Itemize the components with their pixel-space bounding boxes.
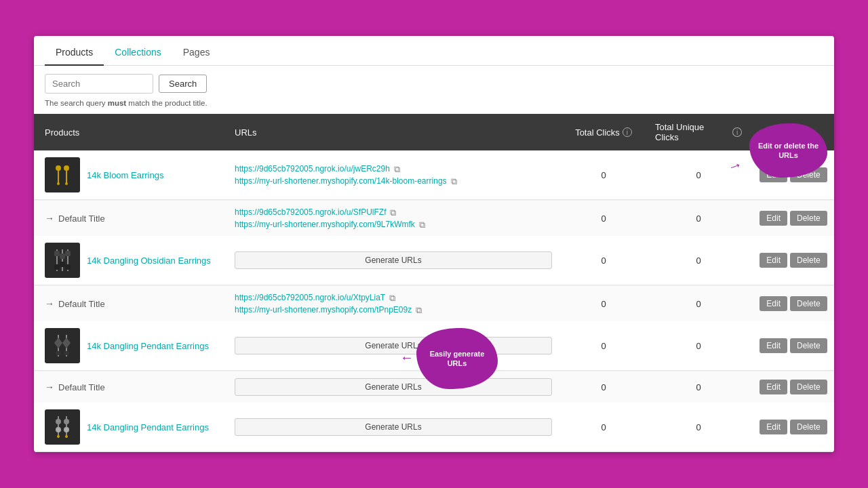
url-cell-5: Generate URLs	[224, 330, 563, 361]
delete-button-4[interactable]: Delete	[790, 296, 827, 311]
product-name-cell-3: 14k Dangling Obsidian Earrings	[34, 236, 224, 285]
url-cell-3: Generate URLs	[224, 245, 563, 276]
svg-marker-18	[62, 338, 71, 348]
variant-name-cell-4: → Default Title	[34, 293, 224, 314]
delete-button-7[interactable]: Delete	[790, 420, 827, 434]
product-link-5[interactable]: 14k Dangling Pendant Earrings	[87, 341, 209, 351]
edit-button-3[interactable]: Edit	[760, 253, 787, 268]
app-container: Products Collections Pages Search The se…	[34, 36, 834, 452]
svg-rect-12	[54, 264, 60, 270]
url-link-1b[interactable]: https://my-url-shortener.myshopify.com/1…	[235, 176, 447, 186]
product-image-1	[45, 157, 80, 192]
url-link-1a[interactable]: https://9d65cb792005.ngrok.io/u/jwERc29h	[235, 164, 390, 174]
product-main-7: 14k Dangling Pendant Earrings Generate U…	[34, 403, 834, 451]
copy-icon-1a[interactable]: ⧉	[394, 164, 403, 174]
variant-label-2: Default Title	[58, 214, 105, 224]
unique-clicks-cell-3: 0	[644, 249, 753, 272]
product-name-cell-7: 14k Dangling Pendant Earrings	[34, 403, 224, 451]
product-row-3: 14k Dangling Obsidian Earrings Generate …	[34, 236, 834, 285]
variant-row-2: → Default Title https://9d65cb792005.ngr…	[34, 200, 834, 236]
edit-button-2[interactable]: Edit	[760, 211, 787, 226]
search-input[interactable]	[45, 74, 153, 94]
delete-button-2[interactable]: Delete	[790, 211, 827, 226]
url-cell-2: https://9d65cb792005.ngrok.io/u/SfPUlFZf…	[224, 201, 563, 236]
actions-cell-6: Edit Delete	[753, 373, 834, 401]
generate-button-6[interactable]: Generate URLs	[235, 378, 552, 396]
svg-rect-13	[60, 262, 65, 267]
th-total-clicks: Total Clicks i	[563, 114, 644, 150]
actions-cell-2: Edit Delete	[753, 204, 834, 232]
actions-cell-7: Edit Delete	[753, 413, 834, 441]
copy-icon-4b[interactable]: ⧉	[416, 305, 425, 314]
actions-cell-5: Edit Delete	[753, 331, 834, 360]
svg-rect-9	[54, 251, 60, 256]
edit-button-4[interactable]: Edit	[760, 296, 787, 311]
edit-callout-bubble: Edit or delete the URLs	[749, 123, 827, 178]
tab-collections[interactable]: Collections	[104, 41, 172, 66]
product-image-7	[45, 409, 80, 445]
unique-clicks-cell-4: 0	[644, 292, 753, 316]
unique-clicks-info-icon[interactable]: i	[732, 127, 742, 137]
url-cell-6: Generate URLs	[224, 371, 563, 403]
product-link-7[interactable]: 14k Dangling Pendant Earrings	[87, 422, 209, 432]
variant-arrow-icon-4: →	[45, 298, 54, 309]
svg-point-5	[65, 182, 68, 185]
total-clicks-info-icon[interactable]: i	[623, 127, 632, 137]
clicks-cell-1: 0	[563, 163, 644, 187]
copy-icon-1b[interactable]: ⧉	[451, 176, 460, 186]
product-link-1[interactable]: 14k Bloom Earrings	[87, 170, 163, 180]
variant-arrow-icon-6: →	[45, 382, 54, 392]
unique-clicks-cell-7: 0	[644, 415, 753, 439]
tab-products[interactable]: Products	[45, 41, 104, 66]
url-link-4a[interactable]: https://9d65cb792005.ngrok.io/u/XtpyLiaT	[235, 293, 385, 302]
variant-label-6: Default Title	[58, 382, 105, 392]
url-row-1a: https://9d65cb792005.ngrok.io/u/jwERc29h…	[235, 164, 552, 174]
product-row-7: 14k Dangling Pendant Earrings Generate U…	[34, 403, 834, 452]
unique-clicks-cell-2: 0	[644, 207, 753, 230]
svg-rect-10	[60, 253, 65, 259]
th-urls: URLs	[224, 114, 563, 150]
edit-button-6[interactable]: Edit	[760, 380, 787, 394]
url-link-2a[interactable]: https://9d65cb792005.ngrok.io/u/SfPUlFZf	[235, 207, 386, 217]
url-link-4b[interactable]: https://my-url-shortener.myshopify.com/t…	[235, 305, 412, 314]
svg-rect-14	[65, 264, 71, 270]
svg-rect-20	[64, 351, 69, 355]
clicks-cell-7: 0	[563, 415, 644, 439]
delete-button-6[interactable]: Delete	[790, 380, 827, 394]
edit-button-7[interactable]: Edit	[760, 420, 787, 434]
copy-icon-4a[interactable]: ⧉	[389, 293, 399, 302]
url-row-4b: https://my-url-shortener.myshopify.com/t…	[235, 305, 552, 314]
generate-button-5[interactable]: Generate URLs	[235, 337, 552, 354]
clicks-cell-2: 0	[563, 207, 644, 230]
unique-clicks-cell-5: 0	[644, 334, 753, 358]
clicks-cell-4: 0	[563, 292, 644, 316]
search-hint: The search query must match the product …	[34, 99, 834, 114]
svg-point-1	[64, 165, 69, 171]
products-table: Products URLs Total Clicks i Total Uniqu…	[34, 114, 834, 452]
generate-button-7[interactable]: Generate URLs	[235, 418, 552, 436]
variant-row-4: → Default Title https://9d65cb792005.ngr…	[34, 285, 834, 321]
copy-icon-2a[interactable]: ⧉	[390, 207, 399, 217]
generate-callout-bubble: Easily generate URLs	[416, 328, 498, 389]
copy-icon-2b[interactable]: ⧉	[419, 220, 429, 229]
url-cell-7: Generate URLs	[224, 411, 563, 443]
delete-button-3[interactable]: Delete	[790, 253, 827, 268]
url-link-2b[interactable]: https://my-url-shortener.myshopify.com/9…	[235, 220, 415, 229]
svg-rect-19	[56, 351, 61, 355]
tab-pages[interactable]: Pages	[172, 41, 221, 66]
svg-point-26	[64, 427, 69, 432]
url-row-2a: https://9d65cb792005.ngrok.io/u/SfPUlFZf…	[235, 207, 552, 217]
th-unique-clicks: Total Unique Clicks i	[644, 114, 753, 150]
product-link-3[interactable]: 14k Dangling Obsidian Earrings	[87, 256, 211, 266]
variant-name-cell-6: → Default Title	[34, 376, 224, 398]
url-row-2b: https://my-url-shortener.myshopify.com/9…	[235, 220, 552, 229]
url-cell-1: https://9d65cb792005.ngrok.io/u/jwERc29h…	[224, 157, 563, 192]
delete-button-5[interactable]: Delete	[790, 338, 827, 353]
table-header: Products URLs Total Clicks i Total Uniqu…	[34, 114, 834, 150]
edit-button-5[interactable]: Edit	[760, 338, 787, 353]
clicks-cell-3: 0	[563, 249, 644, 272]
search-button[interactable]: Search	[159, 75, 207, 93]
product-row-1: 14k Bloom Earrings https://9d65cb792005.…	[34, 150, 834, 200]
product-name-cell-1: 14k Bloom Earrings	[34, 150, 224, 199]
generate-button-3[interactable]: Generate URLs	[235, 251, 552, 269]
